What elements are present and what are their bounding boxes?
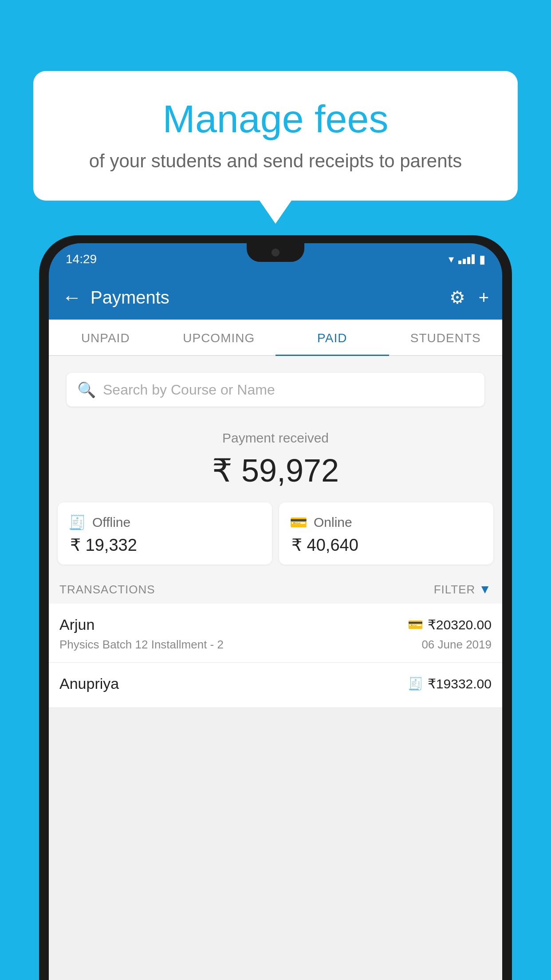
- transaction-top-1: Arjun 💳 ₹20320.00: [59, 616, 492, 633]
- transaction-course-1: Physics Batch 12 Installment - 2: [59, 638, 224, 652]
- tab-upcoming[interactable]: UPCOMING: [162, 320, 276, 355]
- online-label: Online: [314, 515, 352, 530]
- offline-icon: 🧾: [68, 514, 86, 531]
- filter-label: FILTER: [434, 583, 476, 597]
- notch: [247, 243, 304, 262]
- online-icon: 💳: [290, 514, 307, 531]
- transaction-name-1: Arjun: [59, 616, 94, 633]
- header-actions: ⚙ +: [449, 287, 489, 308]
- status-time: 14:29: [66, 252, 97, 266]
- search-input[interactable]: Search by Course or Name: [103, 382, 474, 398]
- transaction-amount-block-1: 💳 ₹20320.00: [408, 617, 492, 632]
- transactions-label: TRANSACTIONS: [59, 583, 155, 597]
- payment-cards-row: 🧾 Offline ₹ 19,332 💳 Online ₹ 40,640: [49, 502, 502, 573]
- offline-label: Offline: [92, 515, 130, 530]
- battery-icon: ▮: [479, 253, 485, 266]
- header-title: Payments: [91, 288, 449, 308]
- offline-amount: ₹ 19,332: [68, 535, 261, 555]
- table-row[interactable]: Arjun 💳 ₹20320.00 Physics Batch 12 Insta…: [49, 604, 502, 663]
- status-bar: 14:29 ▾ ▮: [49, 243, 502, 275]
- filter-icon: ▼: [479, 582, 492, 597]
- transaction-top-2: Anupriya 🧾 ₹19332.00: [59, 675, 492, 692]
- transaction-cash-icon-2: 🧾: [408, 676, 423, 691]
- status-icons: ▾ ▮: [449, 253, 485, 266]
- app-header: ← Payments ⚙ +: [49, 275, 502, 320]
- speech-bubble: Manage fees of your students and send re…: [33, 71, 518, 201]
- phone-frame: 14:29 ▾ ▮ ← Payments: [39, 235, 512, 980]
- transaction-name-2: Anupriya: [59, 675, 119, 692]
- bubble-title: Manage fees: [64, 98, 487, 141]
- transaction-date-1: 06 June 2019: [421, 638, 492, 652]
- offline-card: 🧾 Offline ₹ 19,332: [58, 502, 272, 565]
- payment-total-amount: ₹ 59,972: [58, 452, 493, 489]
- online-card-header: 💳 Online: [290, 514, 483, 531]
- search-bar[interactable]: 🔍 Search by Course or Name: [67, 373, 484, 407]
- speech-bubble-container: Manage fees of your students and send re…: [33, 71, 518, 201]
- payment-received-label: Payment received: [58, 431, 493, 446]
- tabs-bar: UNPAID UPCOMING PAID STUDENTS: [49, 320, 502, 356]
- payment-summary: Payment received ₹ 59,972: [49, 415, 502, 502]
- phone-inner: 14:29 ▾ ▮ ← Payments: [49, 243, 502, 980]
- tab-paid[interactable]: PAID: [276, 320, 389, 355]
- online-card: 💳 Online ₹ 40,640: [279, 502, 493, 565]
- bubble-subtitle: of your students and send receipts to pa…: [64, 150, 487, 172]
- transaction-amount-block-2: 🧾 ₹19332.00: [408, 676, 492, 692]
- add-button[interactable]: +: [479, 288, 489, 308]
- signal-icon: [458, 254, 475, 264]
- transaction-amount-2: ₹19332.00: [428, 676, 492, 692]
- transactions-header: TRANSACTIONS FILTER ▼: [49, 573, 502, 604]
- transaction-amount-1: ₹20320.00: [428, 617, 492, 632]
- transaction-card-icon-1: 💳: [408, 617, 423, 632]
- settings-button[interactable]: ⚙: [449, 287, 465, 308]
- camera-dot: [272, 249, 279, 257]
- table-row[interactable]: Anupriya 🧾 ₹19332.00: [49, 663, 502, 708]
- online-amount: ₹ 40,640: [290, 535, 483, 555]
- search-icon: 🔍: [77, 381, 96, 399]
- back-button[interactable]: ←: [62, 286, 82, 308]
- tab-students[interactable]: STUDENTS: [389, 320, 503, 355]
- offline-card-header: 🧾 Offline: [68, 514, 261, 531]
- wifi-icon: ▾: [449, 253, 454, 265]
- filter-button[interactable]: FILTER ▼: [434, 582, 492, 597]
- app-screen: ← Payments ⚙ + UNPAID UPCOMING PAID STUD…: [49, 275, 502, 980]
- transaction-bottom-1: Physics Batch 12 Installment - 2 06 June…: [59, 638, 492, 652]
- tab-unpaid[interactable]: UNPAID: [49, 320, 162, 355]
